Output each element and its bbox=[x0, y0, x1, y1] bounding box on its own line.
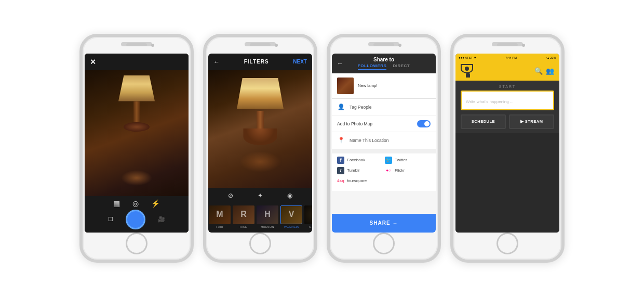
social-twitter[interactable]: 🐦 Twitter bbox=[385, 157, 431, 164]
back-button[interactable]: ← bbox=[213, 58, 220, 66]
flash-icon[interactable]: ⚡ bbox=[151, 199, 160, 208]
tab-followers[interactable]: FOLLOWERS bbox=[358, 63, 387, 70]
lamp-base-bottom bbox=[124, 122, 150, 132]
photo-map-label: Add to Photo Map bbox=[337, 121, 372, 126]
filter-lamp-bowl bbox=[244, 128, 277, 145]
phone-filters: ← FILTERS NEXT ⊘ ✦ ◉ bbox=[203, 34, 317, 263]
filter-valencia[interactable]: V VALENCIA bbox=[280, 205, 303, 230]
camera-icons-row: ▦ ◎ ⚡ bbox=[113, 199, 160, 208]
camera-top-bar: ✕ bbox=[85, 54, 189, 70]
filter-label-hudson: HUDSON bbox=[261, 225, 274, 228]
filter-controls-bar: ⊘ ✦ ◉ bbox=[208, 188, 312, 203]
filter-disable-icon[interactable]: ⊘ bbox=[228, 192, 233, 199]
social-row-1: f Facebook 🐦 Twitter bbox=[337, 157, 431, 164]
camera-controls: ▦ ◎ ⚡ ☐ 🎥 bbox=[85, 196, 189, 233]
filter-xpro[interactable]: X X-PRO II bbox=[304, 205, 312, 230]
close-button[interactable]: ✕ bbox=[90, 58, 96, 66]
filter-hudson[interactable]: H HUDSON bbox=[256, 205, 279, 230]
front-camera bbox=[522, 44, 525, 47]
location-label: Name This Location bbox=[350, 138, 388, 143]
caption-text[interactable]: New lamp! bbox=[358, 83, 378, 88]
front-camera bbox=[398, 44, 401, 47]
schedule-button[interactable]: SCHEDULE bbox=[461, 114, 506, 129]
filter-letter-h: H bbox=[264, 210, 271, 219]
battery-label: ▪ ▴ 22% bbox=[546, 56, 556, 59]
filter-label-valencia: VALENCIA bbox=[284, 225, 299, 228]
periscope-logo bbox=[461, 64, 475, 79]
social-row-3: 4sq foursquare bbox=[337, 177, 431, 185]
hdr-icon[interactable]: ◎ bbox=[132, 199, 139, 208]
lamp-glow bbox=[121, 170, 152, 186]
filter-letter-v: V bbox=[289, 210, 294, 219]
share-back-button[interactable]: ← bbox=[337, 60, 343, 67]
share-divider bbox=[332, 149, 436, 153]
shutter-button[interactable] bbox=[126, 210, 145, 229]
periscope-buttons: SCHEDULE ▶ STREAM bbox=[461, 114, 554, 129]
filter-label-fair: FAIR bbox=[216, 225, 223, 228]
flickr-icon: ●○ bbox=[385, 167, 392, 174]
logo-eye bbox=[461, 64, 473, 73]
filter-brightness-icon[interactable]: ✦ bbox=[258, 192, 263, 199]
social-foursquare[interactable]: 4sq foursquare bbox=[337, 177, 384, 185]
camera-screen: ✕ ▦ ◎ ⚡ ☐ bbox=[85, 54, 189, 233]
start-label: START bbox=[455, 81, 559, 91]
next-button[interactable]: NEXT bbox=[293, 59, 307, 65]
phone-share: ← Share to FOLLOWERS DIRECT New lamp! 👤 … bbox=[327, 34, 441, 263]
social-facebook[interactable]: f Facebook bbox=[337, 157, 383, 164]
share-screen: ← Share to FOLLOWERS DIRECT New lamp! 👤 … bbox=[332, 54, 436, 233]
filter-rise[interactable]: R RISE bbox=[232, 205, 255, 230]
filters-strip: M FAIR R RISE H HUDSON bbox=[208, 203, 312, 233]
people-icon[interactable]: 👥 bbox=[546, 67, 554, 75]
social-flickr[interactable]: ●○ Flickr bbox=[385, 167, 431, 174]
lamp-base bbox=[133, 101, 140, 122]
twitter-label: Twitter bbox=[395, 158, 407, 162]
video-icon[interactable]: 🎥 bbox=[158, 216, 165, 223]
periscope-top-icons: 🔍 👥 bbox=[534, 67, 554, 75]
carrier-label: ●●● AT&T ▼ bbox=[459, 56, 477, 59]
tumblr-label: Tumblr bbox=[347, 168, 360, 173]
front-camera bbox=[275, 44, 278, 47]
filter-fair[interactable]: M FAIR bbox=[208, 205, 231, 230]
filter-label-xpro: X-PRO II bbox=[309, 225, 312, 228]
share-tabs: FOLLOWERS DIRECT bbox=[358, 63, 410, 70]
grid-icon[interactable]: ▦ bbox=[113, 199, 120, 208]
filters-screen: ← FILTERS NEXT ⊘ ✦ ◉ bbox=[208, 54, 312, 233]
tab-direct[interactable]: DIRECT bbox=[393, 63, 410, 70]
filter-lamp-shade bbox=[237, 78, 284, 109]
share-top-bar: ← Share to FOLLOWERS DIRECT bbox=[332, 54, 436, 73]
location-icon: 📍 bbox=[337, 136, 345, 145]
filter-label-rise: RISE bbox=[240, 225, 247, 228]
location-row[interactable]: 📍 Name This Location bbox=[332, 132, 436, 149]
stream-button[interactable]: ▶ STREAM bbox=[509, 114, 554, 129]
share-spacer bbox=[332, 191, 436, 214]
share-button[interactable]: SHARE → bbox=[332, 214, 436, 233]
twitter-icon: 🐦 bbox=[385, 157, 392, 164]
tag-people-row[interactable]: 👤 Tag People bbox=[332, 99, 436, 116]
phone-periscope: ●●● AT&T ▼ 7:44 PM ▪ ▴ 22% 🔍 👥 START bbox=[450, 34, 565, 263]
phone-camera: ✕ ▦ ◎ ⚡ ☐ bbox=[79, 34, 194, 263]
phone-speaker bbox=[126, 43, 147, 46]
status-bar: ●●● AT&T ▼ 7:44 PM ▪ ▴ 22% bbox=[455, 54, 559, 62]
periscope-dark-area bbox=[455, 133, 559, 233]
search-icon[interactable]: 🔍 bbox=[534, 67, 543, 75]
foursquare-icon: 4sq bbox=[337, 177, 344, 185]
gallery-icon[interactable]: ☐ bbox=[108, 216, 113, 223]
tag-people-icon: 👤 bbox=[337, 103, 345, 111]
filter-letter-m: M bbox=[216, 210, 223, 219]
phone-speaker bbox=[373, 43, 394, 46]
broadcast-placeholder: Write what's happening ... bbox=[466, 99, 514, 104]
share-photo-row: New lamp! bbox=[332, 73, 436, 99]
broadcast-input[interactable]: Write what's happening ... bbox=[461, 91, 554, 110]
front-camera bbox=[151, 44, 154, 47]
filters-title: FILTERS bbox=[244, 59, 269, 65]
filter-letter-r: R bbox=[240, 210, 247, 219]
foursquare-label: foursquare bbox=[347, 178, 367, 183]
camera-viewfinder bbox=[85, 70, 189, 196]
social-grid: f Facebook 🐦 Twitter t Tumblr bbox=[332, 153, 436, 191]
social-tumblr[interactable]: t Tumblr bbox=[337, 167, 383, 174]
time-label: 7:44 PM bbox=[505, 56, 517, 59]
filter-lux-icon[interactable]: ◉ bbox=[287, 192, 292, 199]
phones-container: ✕ ▦ ◎ ⚡ ☐ bbox=[69, 23, 575, 273]
photo-map-row: Add to Photo Map bbox=[332, 116, 436, 132]
photo-map-toggle[interactable] bbox=[417, 120, 431, 127]
